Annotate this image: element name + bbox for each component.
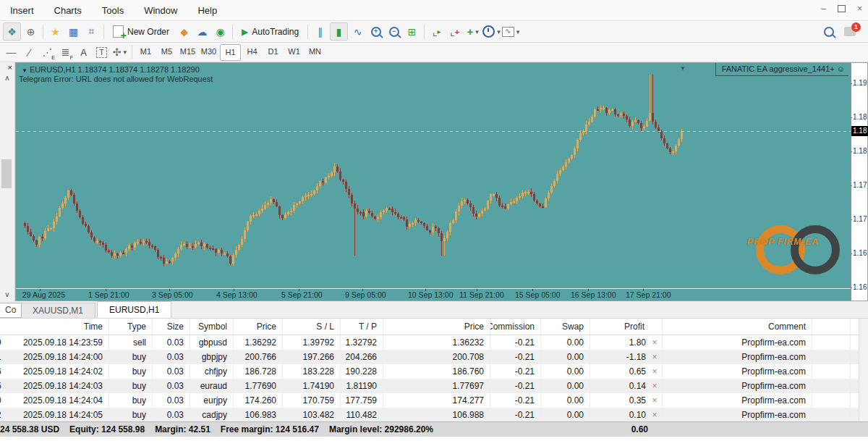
trendline-icon[interactable]: ∕ [21,44,38,61]
template-button[interactable]: ∿ ▾ [502,23,520,40]
table-row[interactable]: 02025.09.18 14:24:04buy0.03eurjpy174.260… [0,393,868,408]
zoom-in-icon[interactable]: + [367,23,384,40]
timeframe-m30[interactable]: M30 [199,44,218,59]
candle-body [603,108,605,109]
timeframe-h1[interactable]: H1 [220,44,241,61]
candle-body [588,122,590,125]
market-watch-icon[interactable]: ▦ [65,23,82,40]
candle-body [195,244,197,247]
favorites-icon[interactable]: ★ [47,23,64,40]
channels-sub-label: F [70,55,73,60]
scroll-down-icon[interactable]: ∨ [0,290,14,298]
cell-time: 2025.09.18 14:24:03 [9,379,109,393]
table-row[interactable]: 52025.09.18 14:24:03buy0.03euraud1.77690… [0,379,868,393]
time-axis[interactable]: 29 Aug 20251 Sep 21:003 Sep 05:004 Sep 1… [16,288,851,301]
minimize-icon[interactable]: – [821,4,826,14]
chart-plot[interactable]: ▼ EURUSD,H1 1.18374 1.18374 1.18278 1.18… [16,63,851,288]
scroll-up-icon[interactable]: ∧ [0,74,14,82]
close-position-icon[interactable]: × [650,337,659,348]
close-position-icon[interactable]: × [650,381,659,391]
header-tp: T / P [341,319,383,335]
symbols-icon[interactable]: ❖ [3,22,21,41]
trade-levels-icon[interactable]: ⌞ ▸ [428,23,445,40]
autoscroll-marker-icon[interactable]: ▼ [680,65,686,72]
candle-body [478,214,480,217]
autotrading-button[interactable]: ▶ AutoTrading [237,23,304,40]
close-position-icon[interactable]: × [650,366,659,377]
fibonacci-icon[interactable]: ⋰ E [39,44,56,61]
timeframe-m15[interactable]: M15 [178,44,197,59]
period-button[interactable]: ▾ [482,23,501,40]
line-chart-icon[interactable]: ∿ [349,23,366,40]
timeframe-m1[interactable]: M1 [136,44,156,59]
text-label-icon[interactable]: T [93,44,110,61]
candle-body [631,122,634,126]
notifications-icon[interactable]: 1 [844,27,856,36]
cell-comment: Propfirm-ea.com [663,335,812,350]
chart-tab-bar: Co XAUUSD,M1EURUSD,H1 [0,301,868,319]
text-icon[interactable]: A [75,44,92,61]
chevron-down-icon: ▾ [124,49,127,56]
candle-body [209,248,211,249]
candle-body [472,207,475,214]
toolbar-right: 1 [824,27,856,37]
restore-icon[interactable] [838,5,846,12]
candle-body [591,117,593,122]
total-profit: 0.60 [616,424,648,434]
data-window-icon[interactable]: ⌗ [83,23,100,40]
sounds-icon[interactable]: ◉ [212,23,229,40]
close-icon[interactable]: × [857,4,862,14]
community-icon[interactable]: ☁ [194,23,210,40]
tab-xauusd-m1[interactable]: XAUUSD,M1 [20,303,95,318]
close-position-icon[interactable]: × [650,395,659,406]
new-order-button[interactable]: New Order [108,23,174,40]
candle-body [157,250,159,257]
left-scrollbar[interactable]: × ∧ ∨ [0,62,15,301]
timeframe-w1[interactable]: W1 [284,44,304,59]
candle-body [333,167,336,172]
candle-body [487,201,489,209]
crosshair-icon[interactable]: ⊕ [22,23,39,40]
arrows-icon[interactable]: ✣ ▾ [111,44,128,61]
partial-button[interactable]: Co [0,303,22,318]
fibo-sub-label: E [51,55,55,60]
candle-body [247,222,249,230]
horizontal-line-icon[interactable]: — [3,44,20,61]
timeframe-d1[interactable]: D1 [263,44,283,59]
menu-item-window[interactable]: Window [134,5,187,16]
menu-item-tools[interactable]: Tools [92,5,134,16]
price-axis[interactable]: 1.191.181.181.171.171.161.161.18 [851,63,867,301]
menu-item-insert[interactable]: Insert [0,5,44,16]
channels-icon[interactable]: ≣ F [57,44,74,61]
close-position-icon[interactable]: × [650,352,659,362]
table-row[interactable]: 92025.09.18 14:23:59sell0.03gbpusd1.3629… [0,335,868,350]
scrollbar-thumb[interactable] [1,159,12,188]
table-row[interactable]: 62025.09.18 14:24:02buy0.03chfjpy186.728… [0,364,868,379]
cell-size: 0.03 [153,408,190,422]
timeframe-m5[interactable]: M5 [157,44,176,59]
bar-chart-icon[interactable]: ∥ [312,23,328,40]
menu-item-charts[interactable]: Charts [44,5,92,16]
profit-value: 0.14 [629,381,646,391]
table-row[interactable]: 12025.09.18 14:24:00buy0.03gbpjpy200.766… [0,350,868,364]
gold-icon[interactable]: ◆ [176,23,192,40]
zoom-out-icon[interactable]: − [386,23,402,40]
candlestick-icon[interactable]: ▮ [330,22,348,41]
cell-sl: 170.759 [283,393,341,408]
add-indicator-button[interactable]: + ▾ [464,23,481,40]
tab-eurusd-h1[interactable]: EURUSD,H1 [97,301,171,318]
trade-history-icon[interactable]: ⌞ + [446,23,463,40]
panel-close-icon[interactable]: × [8,63,12,72]
candle-body [403,217,405,219]
table-row[interactable]: 22025.09.18 14:24:05buy0.03cadjpy106.983… [0,408,868,422]
cell-symbol: euraud [190,379,234,393]
close-position-icon[interactable]: × [650,410,659,420]
search-icon[interactable] [824,27,834,37]
timeframe-h4[interactable]: H4 [242,44,262,59]
candle-body [539,203,541,206]
tile-windows-icon[interactable]: ⊞ [404,23,420,40]
table-scrollbar[interactable] [859,319,868,421]
candle-body [197,243,200,244]
menu-item-help[interactable]: Help [187,5,227,16]
timeframe-mn[interactable]: MN [305,44,325,59]
